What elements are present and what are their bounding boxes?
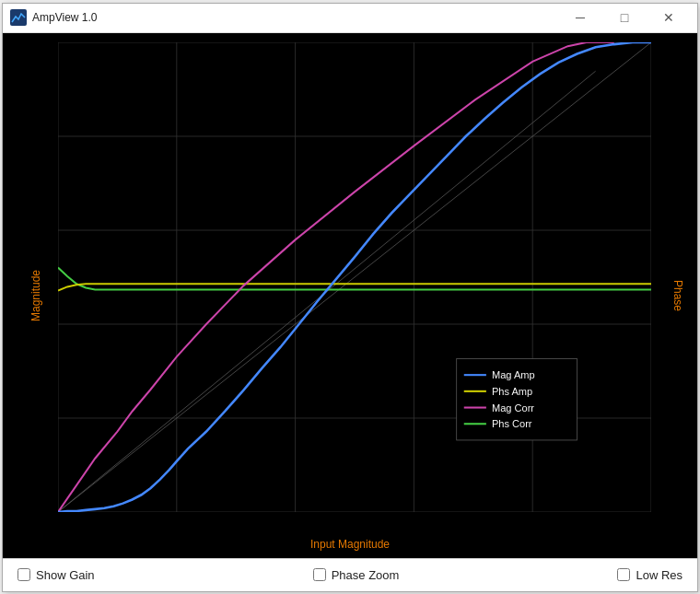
titlebar-left: AmpView 1.0	[10, 9, 97, 26]
show-gain-label: Show Gain	[36, 568, 95, 582]
maximize-button[interactable]: □	[603, 5, 646, 30]
svg-text:Mag Corr: Mag Corr	[492, 402, 534, 413]
show-gain-checkbox-item[interactable]: Show Gain	[18, 568, 95, 582]
svg-text:Phs Amp: Phs Amp	[492, 385, 532, 396]
low-res-checkbox-item[interactable]: Low Res	[617, 568, 682, 582]
chart-svg: 1 0.8 0.6 0.4 0.2 0 180 108 36 -36 -108 …	[58, 42, 651, 512]
x-axis-label: Input Magnitude	[310, 538, 390, 551]
y-axis-left-label: Magnitude	[29, 269, 42, 320]
chart-container: Magnitude Phase Input Magnitude	[3, 33, 697, 558]
low-res-label: Low Res	[636, 568, 682, 582]
app-icon	[10, 9, 27, 26]
svg-text:Mag Amp: Mag Amp	[492, 369, 535, 380]
low-res-checkbox[interactable]	[617, 568, 630, 581]
close-button[interactable]: ✕	[648, 5, 690, 30]
app-window: AmpView 1.0 ─ □ ✕ Magnitude Phase Input …	[2, 3, 698, 592]
show-gain-checkbox[interactable]	[18, 568, 30, 581]
titlebar-buttons: ─ □ ✕	[559, 5, 690, 30]
minimize-button[interactable]: ─	[559, 5, 601, 30]
phase-zoom-checkbox[interactable]	[313, 568, 326, 581]
chart-area: Magnitude Phase Input Magnitude	[3, 33, 697, 558]
titlebar: AmpView 1.0 ─ □ ✕	[3, 4, 697, 33]
window-title: AmpView 1.0	[32, 11, 97, 24]
bottom-bar: Show Gain Phase Zoom Low Res	[3, 558, 697, 591]
phase-zoom-checkbox-item[interactable]: Phase Zoom	[313, 568, 400, 582]
y-axis-right-label: Phase	[671, 279, 684, 310]
phase-zoom-label: Phase Zoom	[332, 568, 400, 582]
svg-text:Phs Corr: Phs Corr	[492, 418, 532, 429]
